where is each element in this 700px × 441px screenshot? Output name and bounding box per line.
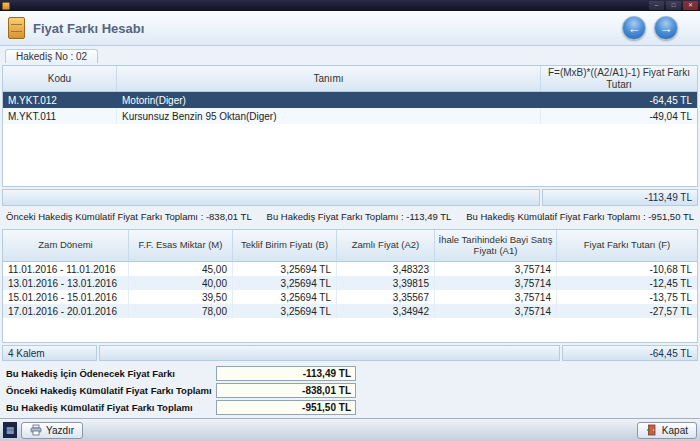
item-count-badge: 4 Kalem (2, 345, 97, 361)
items-table-empty-area (3, 124, 697, 186)
cell-tanimi: Kursunsuz Benzin 95 Oktan(Diger) (117, 108, 541, 124)
table-row[interactable]: 17.01.2016 - 20.01.2016 78,00 3,25694 TL… (3, 304, 697, 318)
subheader: Hakediş No : 02 (0, 46, 700, 63)
grand-total-row: Bu Hakediş Kümülatif Fiyat Farkı Toplamı… (4, 400, 696, 415)
table-row[interactable]: 11.01.2016 - 11.01.2016 45,00 3,25694 TL… (3, 262, 697, 276)
table-row[interactable]: 15.01.2016 - 15.01.2016 39,50 3,25694 TL… (3, 290, 697, 304)
cell-fiyat-farki-tutari: -13,75 TL (557, 290, 697, 304)
close-button-label: Kapat (662, 425, 688, 436)
titlebar: – □ ✕ (0, 0, 700, 11)
cell-teklif-birim-fiyati: 3,25694 TL (233, 304, 337, 318)
periods-total-value: -64,45 TL (562, 345, 698, 361)
cell-esas-miktar: 78,00 (129, 304, 233, 318)
back-button[interactable]: ← (622, 16, 646, 40)
items-total-value: -113,49 TL (542, 189, 698, 206)
items-table-header: Kodu Tanımı F=(MxB)*((A2/A1)-1) Fiyat Fa… (3, 66, 697, 92)
grand-total-label: Bu Hakediş İçin Ödenecek Fiyat Farkı (4, 368, 216, 379)
cumulative-total: Bu Hakediş Kümülatif Fiyat Farkı Toplamı… (466, 211, 694, 222)
app-icon-small (2, 2, 10, 10)
cell-teklif-birim-fiyati: 3,25694 TL (233, 262, 337, 276)
summary-line: Önceki Hakediş Kümülatif Fiyat Farkı Top… (0, 206, 700, 227)
grand-total-value: -838,01 TL (216, 383, 356, 398)
cell-esas-miktar: 45,00 (129, 262, 233, 276)
grand-total-label: Bu Hakediş Kümülatif Fiyat Farkı Toplamı (4, 402, 216, 413)
grand-total-label: Önceki Hakediş Kümülatif Fiyat Farkı Top… (4, 385, 216, 396)
column-header-bayi-satis-fiyati[interactable]: İhale Tarihindeki Bayi Satış Fiyatı (A1) (435, 230, 557, 261)
exit-door-icon (646, 424, 658, 436)
previous-cumulative-total: Önceki Hakediş Kümülatif Fiyat Farkı Top… (6, 211, 252, 222)
column-header-zam-donemi[interactable]: Zam Dönemi (3, 230, 129, 261)
cell-fiyat-farki-tutari: -12,45 TL (557, 276, 697, 290)
dialog-header: Fiyat Farkı Hesabı ← → (0, 11, 700, 46)
cell-zamli-fiyat: 3,39815 (337, 276, 435, 290)
cell-kodu: M.YKT.012 (3, 92, 117, 108)
column-header-fiyat-farki-tutari[interactable]: Fiyat Farkı Tutarı (F) (557, 230, 697, 261)
hakedis-no-label: Hakediş No : 02 (5, 49, 98, 63)
cell-bayi-satis-fiyati: 3,75714 (435, 276, 557, 290)
periods-footer-bar: 4 Kalem -64,45 TL (2, 345, 698, 361)
cell-zamli-fiyat: 3,48323 (337, 262, 435, 276)
cell-teklif-birim-fiyati: 3,25694 TL (233, 276, 337, 290)
cell-esas-miktar: 40,00 (129, 276, 233, 290)
cell-bayi-satis-fiyati: 3,75714 (435, 304, 557, 318)
bottom-toolbar: ▦ Yazdır Kapat (0, 418, 700, 441)
grand-totals-section: Bu Hakediş İçin Ödenecek Fiyat Farkı -11… (0, 361, 700, 418)
maximize-button[interactable]: □ (666, 1, 681, 10)
grand-total-value: -113,49 TL (216, 366, 356, 381)
column-header-esas-miktar[interactable]: F.F. Esas Miktar (M) (129, 230, 233, 261)
cell-bayi-satis-fiyati: 3,75714 (435, 262, 557, 276)
grand-total-row: Bu Hakediş İçin Ödenecek Fiyat Farkı -11… (4, 366, 696, 381)
print-button-label: Yazdır (46, 425, 74, 436)
periods-table-empty-area (3, 318, 697, 342)
column-header-kodu[interactable]: Kodu (3, 66, 117, 91)
table-row[interactable]: 13.01.2016 - 13.01.2016 40,00 3,25694 TL… (3, 276, 697, 290)
column-header-zamli-fiyat[interactable]: Zamlı Fiyat (A2) (337, 230, 435, 261)
cell-zam-donemi: 17.01.2016 - 20.01.2016 (3, 304, 129, 318)
minimize-button[interactable]: – (649, 1, 664, 10)
current-total: Bu Hakediş Fiyat Farkı Toplamı : -113,49… (267, 211, 452, 222)
forward-button[interactable]: → (654, 16, 678, 40)
cell-fiyat-farki-tutari: -10,68 TL (557, 262, 697, 276)
table-row[interactable]: M.YKT.012 Motorin(Diger) -64,45 TL (3, 92, 697, 108)
close-dialog-button[interactable]: Kapat (637, 422, 697, 439)
printer-icon (30, 424, 42, 436)
price-difference-dialog: – □ ✕ Fiyat Farkı Hesabı ← → Hakediş No … (0, 0, 700, 441)
items-total-bar: -113,49 TL (2, 189, 698, 206)
cell-esas-miktar: 39,50 (129, 290, 233, 304)
page-title: Fiyat Farkı Hesabı (33, 21, 144, 36)
close-window-button[interactable]: ✕ (683, 1, 698, 10)
items-table: Kodu Tanımı F=(MxB)*((A2/A1)-1) Fiyat Fa… (2, 65, 698, 187)
column-header-teklif-birim-fiyati[interactable]: Teklif Birim Fiyatı (B) (233, 230, 337, 261)
cell-zamli-fiyat: 3,35567 (337, 290, 435, 304)
cell-tutar: -64,45 TL (541, 92, 697, 108)
cell-fiyat-farki-tutari: -27,57 TL (557, 304, 697, 318)
periods-table: Zam Dönemi F.F. Esas Miktar (M) Teklif B… (2, 229, 698, 343)
cell-tanimi: Motorin(Diger) (117, 92, 541, 108)
print-button[interactable]: Yazdır (21, 422, 83, 439)
items-total-spacer (2, 189, 540, 206)
cell-tutar: -49,04 TL (541, 108, 697, 124)
table-row[interactable]: M.YKT.011 Kursunsuz Benzin 95 Oktan(Dige… (3, 108, 697, 124)
cell-zamli-fiyat: 3,34942 (337, 304, 435, 318)
cell-kodu: M.YKT.011 (3, 108, 117, 124)
column-header-tutar[interactable]: F=(MxB)*((A2/A1)-1) Fiyat Farkı Tutarı (541, 66, 697, 91)
cell-zam-donemi: 15.01.2016 - 15.01.2016 (3, 290, 129, 304)
document-icon (8, 17, 25, 39)
column-header-tanimi[interactable]: Tanımı (117, 66, 541, 91)
cell-teklif-birim-fiyati: 3,25694 TL (233, 290, 337, 304)
grid-corner-icon: ▦ (3, 422, 17, 438)
periods-footer-spacer (99, 345, 560, 361)
periods-table-header: Zam Dönemi F.F. Esas Miktar (M) Teklif B… (3, 230, 697, 262)
grand-total-row: Önceki Hakediş Kümülatif Fiyat Farkı Top… (4, 383, 696, 398)
grand-total-value: -951,50 TL (216, 400, 356, 415)
cell-zam-donemi: 11.01.2016 - 11.01.2016 (3, 262, 129, 276)
cell-bayi-satis-fiyati: 3,75714 (435, 290, 557, 304)
cell-zam-donemi: 13.01.2016 - 13.01.2016 (3, 276, 129, 290)
